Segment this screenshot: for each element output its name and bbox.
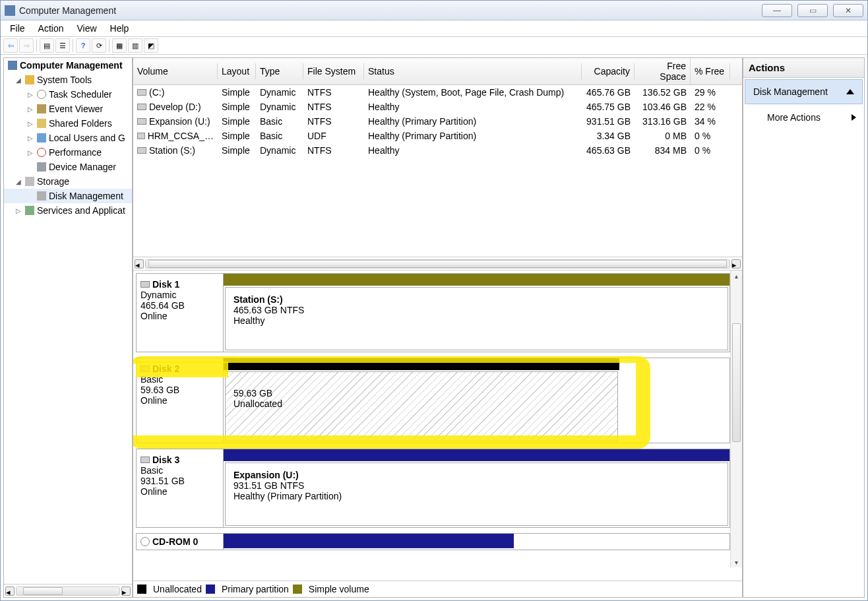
disk-body: 59.63 GB Unallocated <box>224 358 619 443</box>
disk-size: 59.63 GB <box>140 385 219 395</box>
tree-system-tools[interactable]: ◢System Tools <box>16 75 129 85</box>
volume-capacity: 465.75 GB <box>582 100 635 114</box>
disks-v-scrollbar[interactable]: ▴ ▾ <box>730 270 742 567</box>
menu-help[interactable]: Help <box>105 22 135 35</box>
disk-title: Disk 3 <box>152 455 179 465</box>
menu-file[interactable]: File <box>5 22 30 35</box>
volume-layout: Simple <box>218 114 256 129</box>
drive-icon <box>137 104 146 110</box>
volume-free: 103.46 GB <box>635 100 691 114</box>
properties-button[interactable]: ☰ <box>55 38 70 53</box>
volume-row[interactable]: HRM_CCSA_…SimpleBasicUDFHealthy (Primary… <box>133 129 742 143</box>
col-layout[interactable]: Layout <box>218 63 256 79</box>
toolbar: ⇦ ⇨ ▤ ☰ ? ⟳ ▦ ▥ ◩ <box>1 36 867 55</box>
drive-icon <box>137 118 146 125</box>
toolbar-separator <box>36 39 37 52</box>
partition-block[interactable]: Expansion (U:) 931.51 GB NTFS Healthy (P… <box>225 462 728 526</box>
disk-row-cdrom[interactable]: CD-ROM 0 <box>136 533 730 550</box>
partition-status: Healthy (Primary Partition) <box>233 491 720 501</box>
volume-free: 136.52 GB <box>635 85 691 100</box>
scroll-up-icon[interactable]: ▴ <box>731 270 742 281</box>
tree-task-scheduler[interactable]: ▷Task Scheduler <box>28 89 129 100</box>
disk-body: Station (S:) 465.63 GB NTFS Healthy <box>224 274 729 352</box>
menu-view[interactable]: View <box>71 22 102 35</box>
volume-fs: NTFS <box>303 114 364 129</box>
actions-more[interactable]: More Actions <box>743 106 864 129</box>
volume-layout: Simple <box>218 129 256 143</box>
disk-row-1[interactable]: Disk 1 Dynamic 465.64 GB Online Station … <box>136 273 730 352</box>
volume-fs: NTFS <box>303 143 364 158</box>
scroll-left-icon[interactable]: ◂ <box>5 586 15 596</box>
tool-button[interactable]: ▥ <box>128 38 142 53</box>
scroll-right-icon[interactable]: ▸ <box>731 259 741 269</box>
volume-pct: 0 % <box>691 143 730 158</box>
col-pct[interactable]: % Free <box>691 63 730 79</box>
navigation-tree[interactable]: Computer Management ◢System Tools ▷Task … <box>3 57 133 598</box>
volume-free: 834 MB <box>635 143 691 158</box>
tree-root[interactable]: Computer Management <box>8 60 129 71</box>
tree-shared-folders[interactable]: ▷Shared Folders <box>28 118 129 129</box>
tree-disk-management[interactable]: Disk Management <box>28 191 129 201</box>
drive-icon <box>137 133 145 139</box>
volume-pct: 29 % <box>691 85 730 100</box>
col-type[interactable]: Type <box>256 63 303 79</box>
tree-event-viewer[interactable]: ▷Event Viewer <box>28 104 129 114</box>
main-body: Computer Management ◢System Tools ▷Task … <box>1 55 867 600</box>
back-button[interactable]: ⇦ <box>3 38 18 53</box>
close-button[interactable]: ✕ <box>833 4 863 17</box>
scroll-thumb[interactable] <box>732 323 741 442</box>
scroll-track[interactable] <box>145 259 730 269</box>
refresh-button[interactable]: ⟳ <box>92 38 106 53</box>
tool-button[interactable]: ▦ <box>112 38 127 53</box>
volume-name: (C:) <box>149 87 164 98</box>
tree-storage[interactable]: ◢Storage <box>16 176 129 187</box>
partition-bar <box>224 449 729 461</box>
volume-layout: Simple <box>218 100 256 114</box>
scroll-left-icon[interactable]: ◂ <box>135 259 144 269</box>
col-filesystem[interactable]: File System <box>303 63 364 79</box>
volume-list[interactable]: (C:)SimpleDynamicNTFSHealthy (System, Bo… <box>133 85 742 257</box>
tree-device-manager[interactable]: Device Manager <box>28 162 129 172</box>
partition-block-unallocated[interactable]: 59.63 GB Unallocated <box>225 371 618 441</box>
scroll-down-icon[interactable]: ▾ <box>731 557 742 567</box>
col-capacity[interactable]: Capacity <box>582 63 635 79</box>
menu-action[interactable]: Action <box>33 22 69 35</box>
forward-button[interactable]: ⇨ <box>19 38 34 53</box>
tree-performance[interactable]: ▷Performance <box>28 147 129 158</box>
scroll-right-icon[interactable]: ▸ <box>121 586 131 596</box>
col-status[interactable]: Status <box>364 63 582 79</box>
col-free[interactable]: Free Space <box>635 58 691 84</box>
actions-header: Actions <box>743 58 864 78</box>
volume-fs: NTFS <box>303 100 364 114</box>
tree-h-scrollbar[interactable]: ◂ ▸ <box>4 584 132 597</box>
disk-type: Basic <box>140 465 219 476</box>
volume-header-row[interactable]: Volume Layout Type File System Status Ca… <box>133 58 742 85</box>
volume-row[interactable]: Station (S:)SimpleDynamicNTFSHealthy465.… <box>133 143 742 158</box>
legend: Unallocated Primary partition Simple vol… <box>133 581 742 597</box>
tool-button[interactable]: ◩ <box>144 38 158 53</box>
volume-name: HRM_CCSA_… <box>148 131 214 141</box>
partition-status: Healthy <box>233 315 720 326</box>
partition-block[interactable]: Station (S:) 465.63 GB NTFS Healthy <box>225 287 728 350</box>
legend-unallocated: Unallocated <box>153 584 202 594</box>
volume-type: Basic <box>256 129 303 143</box>
volume-h-scrollbar[interactable]: ◂ ▸ <box>133 257 742 270</box>
tree-local-users[interactable]: ▷Local Users and G <box>28 133 129 143</box>
legend-swatch-primary <box>206 585 215 594</box>
disk-row-3[interactable]: Disk 3 Basic 931.51 GB Online Expansion … <box>136 449 730 528</box>
help-button[interactable]: ? <box>76 38 90 53</box>
volume-row[interactable]: Expansion (U:)SimpleBasicNTFSHealthy (Pr… <box>133 114 742 129</box>
scroll-track[interactable] <box>16 586 120 596</box>
legend-simple: Simple volume <box>309 584 369 594</box>
col-volume[interactable]: Volume <box>133 63 218 79</box>
actions-disk-management[interactable]: Disk Management <box>745 79 863 104</box>
volume-fs: NTFS <box>303 85 364 100</box>
volume-row[interactable]: (C:)SimpleDynamicNTFSHealthy (System, Bo… <box>133 85 742 100</box>
up-button[interactable]: ▤ <box>40 38 54 53</box>
maximize-button[interactable]: ▭ <box>797 4 828 17</box>
tree-services[interactable]: ▷Services and Applicat <box>16 205 129 216</box>
minimize-button[interactable]: — <box>762 4 792 17</box>
volume-row[interactable]: Develop (D:)SimpleDynamicNTFSHealthy465.… <box>133 100 742 114</box>
center-pane: Volume Layout Type File System Status Ca… <box>133 57 743 598</box>
disk-row-2[interactable]: Disk 2 Basic 59.63 GB Online 59.63 GB Un… <box>136 358 730 443</box>
